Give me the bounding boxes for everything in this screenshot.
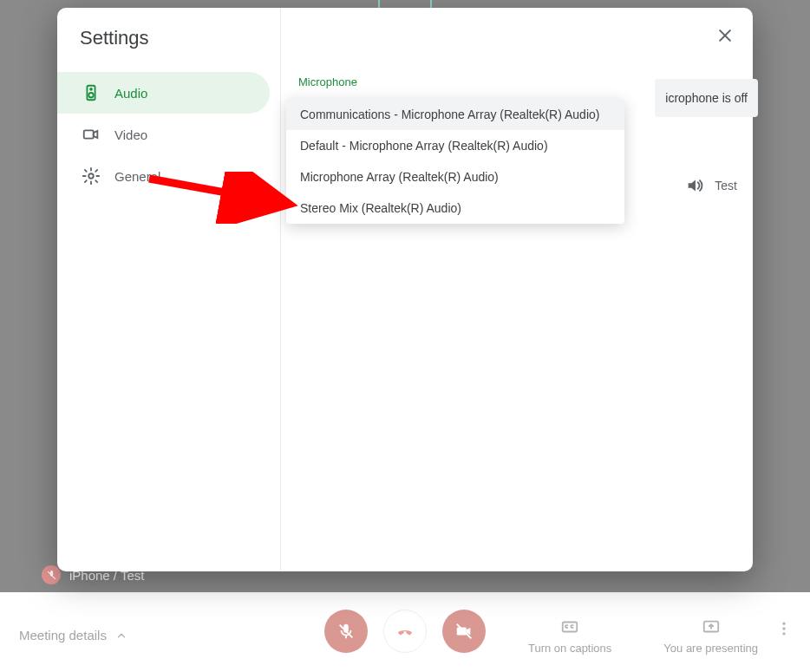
sidebar-item-label: General [114, 169, 160, 184]
microphone-status-text: icrophone is off [665, 91, 748, 105]
captions-icon [560, 617, 579, 636]
chevron-up-icon [115, 630, 127, 642]
dropdown-option[interactable]: Microphone Array (Realtek(R) Audio) [286, 161, 624, 192]
settings-main: Microphone icrophone is off Test [281, 8, 753, 571]
speaker-icon [82, 83, 101, 102]
sidebar-item-label: Audio [114, 86, 147, 101]
captions-label: Turn on captions [528, 642, 611, 655]
gear-icon [82, 166, 101, 186]
hangup-button[interactable] [383, 610, 427, 653]
svg-marker-17 [689, 180, 696, 192]
svg-point-9 [782, 632, 785, 635]
present-label: You are presenting [663, 642, 758, 655]
svg-point-12 [90, 88, 92, 90]
dropdown-option[interactable]: Default - Microphone Array (Realtek(R) A… [286, 130, 624, 161]
meeting-details-button[interactable]: Meeting details [19, 628, 127, 643]
test-label: Test [715, 179, 737, 192]
sidebar-item-audio[interactable]: Audio [57, 72, 270, 114]
video-icon [82, 125, 101, 144]
svg-rect-13 [84, 130, 94, 138]
meeting-details-label: Meeting details [19, 628, 107, 643]
close-button[interactable] [713, 23, 737, 48]
right-actions: Turn on captions You are presenting [528, 617, 758, 655]
test-speaker-button[interactable]: Test [685, 176, 737, 195]
dropdown-option[interactable]: Stereo Mix (Realtek(R) Audio) [286, 192, 624, 224]
settings-sidebar: Settings Audio Video General [57, 8, 281, 571]
dropdown-option[interactable]: Communications - Microphone Array (Realt… [286, 99, 624, 130]
microphone-dropdown: Communications - Microphone Array (Realt… [286, 99, 624, 224]
volume-icon [685, 176, 704, 195]
svg-point-8 [782, 627, 785, 630]
sidebar-item-label: Video [114, 127, 147, 142]
settings-title: Settings [57, 27, 280, 72]
bottom-bar: Meeting details Tur [0, 592, 810, 672]
camera-button[interactable] [442, 610, 486, 653]
microphone-status-pill: icrophone is off [655, 79, 758, 117]
kebab-icon [775, 620, 793, 637]
call-controls [324, 610, 486, 653]
present-icon [702, 617, 721, 636]
close-icon [716, 27, 734, 44]
more-options-button[interactable] [775, 620, 793, 641]
mute-button[interactable] [324, 610, 368, 653]
sidebar-item-general[interactable]: General [57, 155, 270, 197]
settings-dialog: Settings Audio Video General Microphone [57, 8, 753, 571]
svg-point-7 [782, 623, 785, 625]
captions-button[interactable]: Turn on captions [528, 617, 611, 655]
sidebar-item-video[interactable]: Video [57, 114, 270, 155]
svg-point-14 [88, 173, 94, 179]
present-button[interactable]: You are presenting [663, 617, 758, 655]
svg-point-11 [88, 93, 94, 98]
